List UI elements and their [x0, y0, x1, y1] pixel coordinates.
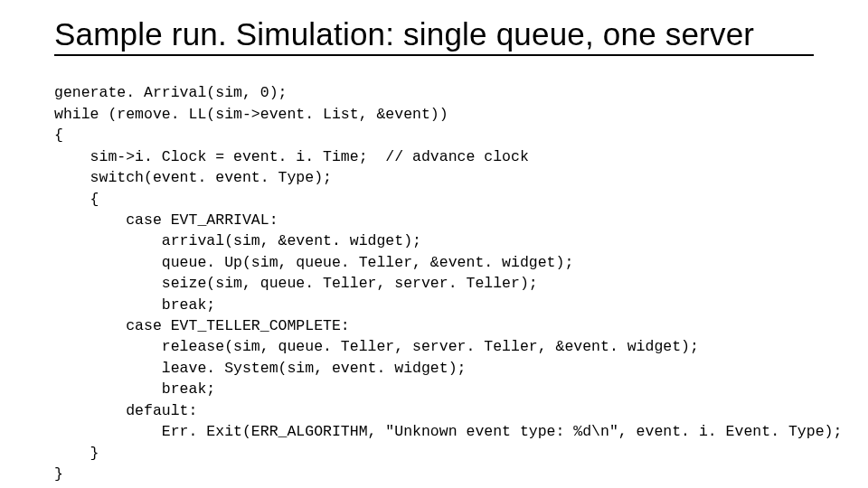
code-line: break;	[54, 380, 215, 398]
page-title: Sample run. Simulation: single queue, on…	[54, 16, 814, 56]
code-line: while (remove. LL(sim->event. List, &eve…	[54, 106, 448, 123]
code-line: seize(sim, queue. Teller, server. Teller…	[54, 275, 538, 292]
code-line: case EVT_TELLER_COMPLETE:	[54, 317, 350, 334]
code-line: arrival(sim, &event. widget);	[54, 232, 421, 249]
code-line: Err. Exit(ERR_ALGORITHM, "Unknown event …	[54, 423, 842, 440]
code-line: }	[54, 445, 99, 462]
code-line: {	[54, 191, 99, 208]
code-block: generate. Arrival(sim, 0); while (remove…	[54, 61, 814, 484]
code-line: case EVT_ARRIVAL:	[54, 211, 278, 229]
slide: Sample run. Simulation: single queue, on…	[0, 0, 868, 484]
code-line: leave. System(sim, event. widget);	[54, 360, 466, 377]
code-line: release(sim, queue. Teller, server. Tell…	[54, 338, 699, 355]
code-line: }	[54, 465, 63, 483]
code-line: switch(event. event. Type);	[54, 169, 332, 186]
code-line: generate. Arrival(sim, 0);	[54, 84, 287, 101]
code-line: sim->i. Clock = event. i. Time; // advan…	[54, 148, 529, 165]
code-line: {	[54, 127, 63, 144]
code-line: default:	[54, 402, 197, 419]
code-line: break;	[54, 296, 215, 314]
code-line: queue. Up(sim, queue. Teller, &event. wi…	[54, 254, 573, 271]
